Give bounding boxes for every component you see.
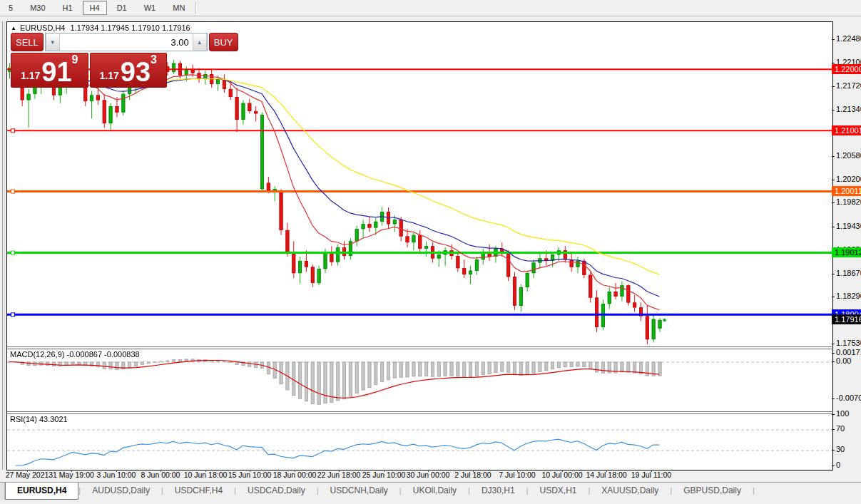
volume-decrease-button[interactable]: ▼ <box>46 34 60 51</box>
timeframe-w1-button[interactable]: W1 <box>137 1 163 15</box>
rsi-tick-mark <box>832 466 835 466</box>
macd-axis-label: 0.00 <box>836 356 851 365</box>
rsi-label: RSI(14) 43.3021 <box>10 415 68 423</box>
chart-symbol: EURUSD,H4 <box>20 24 66 32</box>
window-left-edge <box>2 21 3 470</box>
macd-tick-mark <box>832 361 835 362</box>
mt4-window: 5M30H1H4D1W1MN ▲EURUSD,H41.17934 1.17945… <box>0 0 861 504</box>
rsi-axis-label: 70 <box>836 424 845 433</box>
macd-axis-label: -0.00709 <box>836 394 861 402</box>
date-axis-label: 2 Jul 18:00 <box>454 470 491 479</box>
date-axis-label: 10 Jul 00:00 <box>541 470 582 479</box>
chart-ohlc-quotes: 1.17934 1.17945 1.17910 1.17916 <box>71 24 190 32</box>
date-axis-label: 14 Jul 18:00 <box>586 470 626 479</box>
rsi-tick-mark <box>832 450 835 451</box>
price-tick-mark <box>832 86 835 87</box>
date-axis-label: 18 Jun 00:00 <box>273 470 317 479</box>
sell-price-pipette: 9 <box>72 55 78 65</box>
timeframe-h4-button[interactable]: H4 <box>83 1 107 15</box>
hline-price-badge: 1.22000 <box>832 64 861 74</box>
rsi-axis-label: 30 <box>836 445 845 453</box>
price-chart-canvas[interactable] <box>7 22 832 469</box>
price-axis-label: 1.22480 <box>836 34 861 43</box>
tab-usdx-h1[interactable]: USDX,H1 <box>528 483 588 498</box>
macd-axis-label: 0.001718 <box>836 348 861 356</box>
current-price-badge: 1.17916 <box>832 314 861 324</box>
sell-price-box[interactable]: 1.17919 <box>11 53 88 88</box>
volume-spinner: ▼ ▲ <box>45 33 208 51</box>
price-axis-label: 1.17530 <box>836 339 861 347</box>
tab-gbpusd-daily[interactable]: GBPUSD,Daily <box>672 483 753 498</box>
rsi-axis-label: 0 <box>836 461 840 469</box>
volume-increase-button[interactable]: ▲ <box>193 34 207 51</box>
rsi-tick-mark <box>832 414 835 415</box>
price-tick-mark <box>832 274 835 274</box>
date-axis-label: 30 Jun 00:00 <box>407 470 450 479</box>
timeframe-toolbar: 5M30H1H4D1W1MN <box>0 0 861 16</box>
price-tick-mark <box>832 344 835 344</box>
date-axis-label: 15 Jun 10:00 <box>228 470 272 479</box>
price-tick-mark <box>832 39 835 40</box>
timeframe-d1-button[interactable]: D1 <box>110 1 134 15</box>
sell-price-big: 91 <box>41 59 71 85</box>
symbol-tab-bar: EURUSD,H4|AUDUSD,Daily|USDCHF,H4|USDCAD,… <box>0 482 861 504</box>
hline-price-badge: 1.19012 <box>832 247 861 257</box>
price-axis-label: 1.20200 <box>836 175 861 183</box>
tab-ukoil-daily[interactable]: UKOil,Daily <box>402 483 468 498</box>
tab-usdchf-h4[interactable]: USDCHF,H4 <box>163 483 234 498</box>
volume-input[interactable] <box>60 34 193 51</box>
buy-price-big: 93 <box>121 59 151 85</box>
timeframe-h1-button[interactable]: H1 <box>56 1 80 15</box>
window-left-edge-highlight <box>4 21 5 470</box>
buy-price-box[interactable]: 1.17933 <box>90 53 168 88</box>
price-tick-mark <box>832 110 835 110</box>
rsi-tick-mark <box>832 429 835 430</box>
date-axis-label: 3 Jun 10:00 <box>97 470 136 479</box>
price-tick-mark <box>832 63 835 63</box>
tab-usdcnh-daily[interactable]: USDCNH,Daily <box>319 483 399 498</box>
buy-price-prefix: 1.17 <box>100 66 119 85</box>
tab-scroll-edge[interactable] <box>0 483 5 500</box>
price-axis-label: 1.21720 <box>836 81 861 90</box>
date-axis-label: 22 Jun 18:00 <box>317 470 361 479</box>
price-axis-label: 1.18670 <box>836 269 861 277</box>
sell-button[interactable]: SELL <box>11 33 44 51</box>
price-axis-label: 1.19820 <box>836 197 861 206</box>
buy-price-pipette: 3 <box>151 55 157 65</box>
price-tick-mark <box>832 156 835 157</box>
macd-label: MACD(12,26,9) -0.000867 -0.000838 <box>10 350 140 359</box>
price-axis-label: 1.20580 <box>836 151 861 160</box>
price-axis-label: 1.19430 <box>836 222 861 230</box>
timeframe-m30-button[interactable]: M30 <box>23 1 52 15</box>
date-axis-label: 10 Jun 18:00 <box>184 470 228 479</box>
macd-tick-mark <box>832 353 835 354</box>
date-axis-label: 25 Jun 10:00 <box>362 470 406 479</box>
collapse-icon[interactable]: ▲ <box>11 25 16 31</box>
tab-eurusd-h4[interactable]: EURUSD,H4 <box>5 483 78 500</box>
sell-price-prefix: 1.17 <box>21 66 40 85</box>
tab-usdcad-daily[interactable]: USDCAD,Daily <box>236 483 317 498</box>
tab-xauusd-daily[interactable]: XAUUSD,Daily <box>590 483 670 498</box>
date-axis-label: 19 Jul 11:00 <box>631 470 671 479</box>
price-tick-mark <box>832 180 835 180</box>
macd-tick-mark <box>832 398 835 399</box>
hline-price-badge: 1.20011 <box>832 186 861 196</box>
timeframe-5-button[interactable]: 5 <box>1 1 20 15</box>
chart-title: ▲EURUSD,H41.17934 1.17945 1.17910 1.1791… <box>11 24 190 32</box>
price-tick-mark <box>832 297 835 297</box>
date-axis-label: 7 Jul 10:00 <box>499 470 535 479</box>
price-axis-label: 1.18290 <box>836 292 861 300</box>
price-tick-mark <box>832 227 835 227</box>
buy-button[interactable]: BUY <box>209 33 238 51</box>
date-axis-label: 8 Jun 00:00 <box>141 470 180 479</box>
date-axis-label: 31 May 19:00 <box>49 470 94 479</box>
chart-window: ▲EURUSD,H41.17934 1.17945 1.17910 1.1791… <box>6 21 833 470</box>
timeframe-mn-button[interactable]: MN <box>165 1 192 15</box>
tab-audusd-daily[interactable]: AUDUSD,Daily <box>81 483 161 498</box>
date-axis-label: 27 May 2021 <box>6 470 49 479</box>
rsi-axis-label: 100 <box>836 409 849 418</box>
tab-dj30-h1[interactable]: DJ30,H1 <box>470 483 526 498</box>
tab-divider: | <box>753 483 755 498</box>
trade-panel: SELL ▼ ▲ BUY 1.17919 1.17933 <box>11 33 167 88</box>
price-tick-mark <box>832 202 835 203</box>
